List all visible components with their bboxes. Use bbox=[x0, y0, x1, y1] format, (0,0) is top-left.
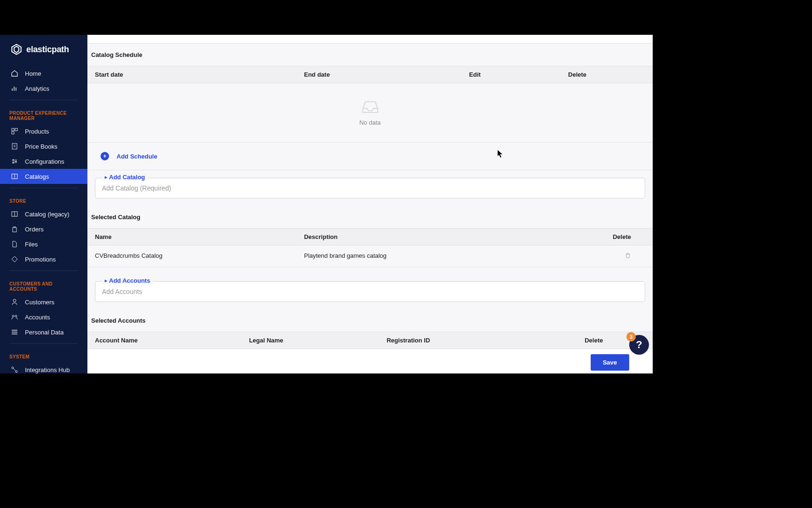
accounts-icon bbox=[11, 313, 18, 321]
sidebar-item-orders[interactable]: Orders bbox=[0, 222, 87, 237]
catalog-table-row: CVBreadcrumbs Catalog Playtend brand gam… bbox=[87, 246, 653, 267]
col-legal-name: Legal Name bbox=[249, 337, 387, 344]
add-schedule-section: + Add Schedule bbox=[87, 143, 653, 170]
col-account-name: Account Name bbox=[95, 337, 249, 344]
save-button[interactable]: Save bbox=[591, 354, 629, 371]
sidebar-item-integrations-hub[interactable]: Integrations Hub bbox=[0, 362, 87, 373]
selected-catalog-title: Selected Catalog bbox=[87, 206, 653, 228]
sidebar-section-customers: CUSTOMERS AND ACCOUNTS bbox=[0, 275, 87, 294]
divider bbox=[9, 343, 78, 344]
promotions-icon bbox=[11, 255, 18, 263]
sidebar-item-pricebooks[interactable]: Price Books bbox=[0, 139, 87, 154]
svg-rect-2 bbox=[12, 132, 14, 134]
inbox-icon bbox=[360, 97, 380, 114]
svg-point-10 bbox=[13, 299, 16, 302]
add-accounts-legend: Add Accounts bbox=[102, 277, 153, 284]
sidebar-item-label: Configurations bbox=[25, 158, 64, 165]
analytics-icon bbox=[11, 85, 18, 92]
divider bbox=[9, 270, 78, 271]
catalog-name: CVBreadcrumbs Catalog bbox=[95, 252, 304, 260]
section-title: Catalog Schedule bbox=[87, 44, 653, 66]
catalog-description: Playtend brand games catalog bbox=[304, 252, 579, 260]
add-accounts-fieldset: Add Accounts bbox=[95, 281, 645, 302]
files-icon bbox=[11, 240, 18, 248]
logo-icon bbox=[10, 43, 23, 56]
catalog-table-header: Name Description Delete bbox=[87, 228, 653, 246]
brand-name: elasticpath bbox=[26, 45, 69, 55]
sidebar-item-products[interactable]: Products bbox=[0, 124, 87, 139]
sidebar-item-label: Accounts bbox=[25, 314, 50, 321]
sidebar-item-customers[interactable]: Customers bbox=[0, 294, 87, 310]
customers-icon bbox=[11, 298, 18, 306]
svg-rect-1 bbox=[15, 128, 17, 131]
sidebar-item-promotions[interactable]: Promotions bbox=[0, 252, 87, 267]
add-catalog-input[interactable] bbox=[102, 184, 638, 192]
app-viewport: elasticpath Home Analytics PRODUCT EXPER… bbox=[0, 35, 653, 373]
col-start-date: Start date bbox=[95, 71, 304, 78]
sidebar-item-label: Catalogs bbox=[25, 173, 49, 180]
catalog-delete-cell bbox=[579, 252, 645, 260]
add-schedule-button[interactable]: + Add Schedule bbox=[87, 143, 653, 170]
sidebar-item-accounts[interactable]: Accounts bbox=[0, 310, 87, 325]
svg-rect-3 bbox=[12, 143, 17, 149]
main-content: Catalog Schedule Start date End date Edi… bbox=[87, 35, 653, 373]
integrations-icon bbox=[11, 366, 18, 373]
accounts-table-header: Account Name Legal Name Registration ID … bbox=[87, 332, 653, 349]
products-icon bbox=[11, 127, 18, 135]
add-schedule-label: Add Schedule bbox=[117, 153, 157, 160]
personal-data-icon bbox=[11, 328, 18, 336]
sidebar-item-label: Files bbox=[25, 241, 38, 248]
schedule-table-header: Start date End date Edit Delete bbox=[87, 66, 653, 83]
sidebar-item-label: Home bbox=[25, 70, 41, 77]
catalogs-icon bbox=[11, 173, 18, 180]
sidebar-item-analytics[interactable]: Analytics bbox=[0, 81, 87, 96]
brand-logo: elasticpath bbox=[0, 43, 87, 66]
sidebar-item-catalog-legacy[interactable]: Catalog (legacy) bbox=[0, 206, 87, 222]
col-delete: Delete bbox=[579, 233, 645, 240]
orders-icon bbox=[11, 225, 18, 233]
col-name: Name bbox=[95, 233, 304, 240]
sidebar-item-label: Personal Data bbox=[25, 329, 63, 336]
col-delete: Delete bbox=[568, 71, 645, 78]
accounts-empty-area bbox=[87, 349, 653, 373]
catalog-schedule-section: Catalog Schedule Start date End date Edi… bbox=[87, 44, 653, 143]
sidebar-section-pem: PRODUCT EXPERIENCE MANAGER bbox=[0, 104, 87, 124]
header-spacer bbox=[87, 35, 653, 44]
divider bbox=[9, 188, 78, 188]
sidebar-item-label: Analytics bbox=[25, 85, 49, 92]
add-accounts-input[interactable] bbox=[102, 288, 638, 295]
sidebar-item-label: Integrations Hub bbox=[25, 366, 70, 373]
svg-rect-0 bbox=[12, 128, 14, 131]
svg-point-12 bbox=[15, 315, 17, 317]
sidebar-item-label: Customers bbox=[25, 299, 55, 306]
pricebooks-icon bbox=[11, 143, 18, 150]
sidebar-item-personal-data[interactable]: Personal Data bbox=[0, 325, 87, 340]
add-catalog-fieldset: Add Catalog bbox=[95, 178, 645, 198]
sidebar: elasticpath Home Analytics PRODUCT EXPER… bbox=[0, 35, 87, 373]
col-description: Description bbox=[304, 233, 579, 240]
sidebar-item-label: Catalog (legacy) bbox=[25, 211, 70, 218]
home-icon bbox=[11, 70, 18, 77]
col-end-date: End date bbox=[304, 71, 469, 78]
sidebar-item-home[interactable]: Home bbox=[0, 66, 87, 81]
col-edit: Edit bbox=[469, 71, 568, 78]
sidebar-item-configurations[interactable]: Configurations bbox=[0, 154, 87, 169]
empty-text: No data bbox=[359, 119, 381, 126]
sidebar-section-store: STORE bbox=[0, 192, 87, 206]
sidebar-item-label: Products bbox=[25, 128, 49, 135]
configurations-icon bbox=[11, 158, 18, 165]
sidebar-item-files[interactable]: Files bbox=[0, 237, 87, 252]
sidebar-item-label: Orders bbox=[25, 226, 44, 233]
divider bbox=[9, 100, 78, 100]
sidebar-section-system: SYSTEM bbox=[0, 348, 87, 362]
help-button[interactable]: 3 ? bbox=[629, 335, 649, 355]
trash-icon[interactable] bbox=[625, 253, 631, 260]
add-catalog-legend: Add Catalog bbox=[102, 174, 148, 181]
notification-badge: 3 bbox=[626, 332, 636, 341]
sidebar-item-label: Price Books bbox=[25, 143, 57, 150]
col-registration-id: Registration ID bbox=[387, 337, 585, 344]
svg-point-11 bbox=[12, 315, 14, 317]
schedule-empty-state: No data bbox=[87, 83, 653, 142]
sidebar-item-catalogs[interactable]: Catalogs bbox=[0, 169, 87, 184]
catalog-legacy-icon bbox=[11, 210, 18, 218]
